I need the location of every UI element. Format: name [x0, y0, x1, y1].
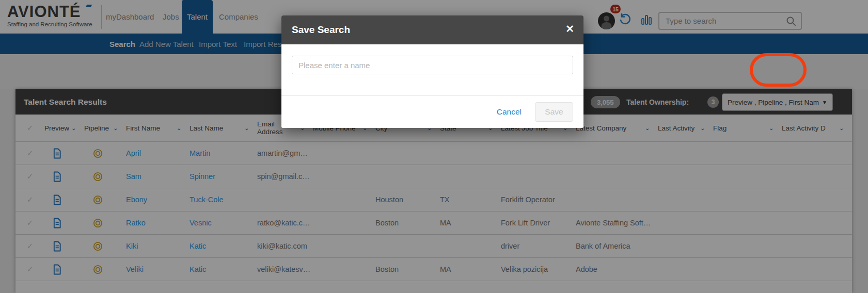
modal-title: Save Search: [292, 24, 350, 36]
save-search-modal: Save Search ✕ Cancel Save: [281, 15, 583, 128]
modal-header: Save Search ✕: [281, 15, 583, 44]
cancel-button[interactable]: Cancel: [497, 107, 522, 117]
save-button[interactable]: Save: [535, 102, 573, 122]
modal-footer: Cancel Save: [281, 96, 583, 128]
search-name-input[interactable]: [292, 56, 573, 74]
close-icon[interactable]: ✕: [565, 24, 574, 34]
